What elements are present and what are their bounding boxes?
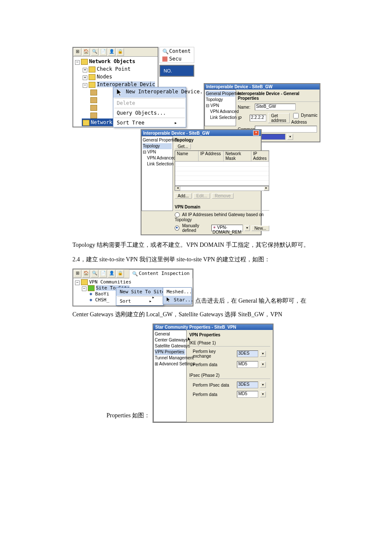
toolbar-button[interactable]: 📄 (99, 48, 107, 56)
tree-node-checkpoint[interactable]: Check Point (97, 66, 130, 72)
ip-input[interactable]: 2.2.2.2 (250, 115, 266, 121)
gateway-icon (90, 97, 97, 103)
nav-topology[interactable]: Topology (143, 143, 172, 149)
ipsec-phase2-heading: IPsec (Phase 2) (189, 373, 270, 378)
tree-toolbar: ⊞ 🏠 🔍 📄 👤 🔒 (73, 48, 158, 57)
chevron-down-icon[interactable]: ▾ (260, 351, 266, 357)
ike-key-exchange-dropdown[interactable]: 3DES (237, 350, 258, 357)
chevron-down-icon[interactable]: ▾ (260, 382, 266, 388)
nav-link-selection[interactable]: Link Selection (206, 115, 235, 121)
dialog-nav-tree[interactable]: General Center Gateways Satellite Gatewa… (153, 330, 187, 422)
tree-leaf-chsh[interactable]: CHSH_ (95, 297, 109, 303)
body-text: Topology 结构需要手工建立，或者不建立。VPN DOMAIN 手工指定，… (72, 240, 320, 251)
lock-icon (81, 279, 88, 285)
nav-tunnel-management[interactable]: Tunnel Management (155, 355, 185, 361)
toolbar-button[interactable]: 👤 (108, 48, 115, 56)
topology-table-body[interactable] (175, 162, 269, 186)
scroll-left-icon[interactable]: ◂ (175, 186, 180, 191)
tab-content-inspection[interactable]: 🔍Content (160, 47, 194, 55)
collapse-icon[interactable]: − (75, 60, 80, 65)
toolbar-button[interactable]: 🔒 (116, 270, 124, 278)
nav-general-properties[interactable]: General Properties (143, 137, 172, 143)
chevron-down-icon[interactable]: ▾ (260, 391, 266, 397)
nav-link-selection[interactable]: Link Selection (143, 161, 172, 167)
ctx-sort[interactable]: Sort▸ (116, 297, 163, 305)
ctx-new-interop[interactable]: New Interoperable Device... (113, 87, 186, 98)
ctx-new-site-to-site[interactable]: New Site To Site...▸ (116, 288, 163, 296)
new-domain-button[interactable]: New... (251, 225, 269, 231)
nav-general[interactable]: General (155, 331, 185, 337)
expand-icon[interactable]: + (83, 68, 87, 72)
folder-icon (89, 82, 95, 88)
dialog-interop-topology: Interoperable Device - SiteB_GW × Genera… (141, 129, 262, 235)
toolbar-button[interactable]: 📄 (99, 270, 107, 278)
toolbar-button[interactable]: 🏠 (82, 270, 90, 278)
chevron-down-icon[interactable]: ▾ (287, 134, 293, 140)
dialog-nav-tree[interactable]: General Properties Topology ⊟ VPN VPN Ad… (205, 90, 236, 126)
nav-vpn-properties[interactable]: VPN Properties (155, 349, 185, 355)
ipsec-data2-label: Perform data (189, 392, 235, 397)
radio-manual[interactable] (175, 225, 179, 231)
topology-table-header: Name IP Address Network Mask IP Addres (175, 150, 269, 162)
tree-node-interop[interactable]: Interoperable Devic (97, 81, 155, 87)
gateway-icon (90, 90, 97, 95)
collapse-icon[interactable]: − (82, 286, 86, 291)
ipsec-data-dropdown[interactable]: 3DES (237, 382, 258, 388)
tree-networks-stub: Networks (82, 119, 116, 126)
toolbar-button[interactable]: ⊞ (74, 270, 81, 278)
toolbar-button[interactable]: 🔍 (91, 48, 98, 56)
cursor-icon (117, 89, 123, 96)
collapse-icon[interactable]: − (75, 280, 80, 285)
ctx-sort-tree[interactable]: Sort Tree▸ (113, 119, 186, 127)
toolbar-button[interactable]: 👤 (108, 270, 115, 278)
tab-content-inspection[interactable]: 🔍Content Inspection (130, 270, 192, 277)
comment-input[interactable] (255, 126, 317, 133)
tree-node-nodes[interactable]: Nodes (97, 74, 112, 80)
horizontal-scrollbar[interactable]: ◂ ▸ (175, 186, 269, 191)
tree-root-label: Network Objects (89, 58, 135, 64)
tree-leaf-baoyi[interactable]: BaoYi (95, 291, 109, 297)
dialog-star-community: Star Community Properties - SiteB_VPN Ge… (153, 324, 274, 423)
chevron-down-icon[interactable]: ▾ (245, 225, 250, 231)
name-label: Name: (238, 105, 253, 110)
nav-vpn[interactable]: VPN (210, 103, 219, 108)
folder-icon (89, 66, 95, 72)
name-input[interactable]: SiteB_GW (255, 104, 296, 110)
expand-icon[interactable]: + (83, 75, 87, 80)
svg-marker-1 (167, 297, 170, 302)
scroll-right-icon[interactable]: ▸ (264, 186, 269, 191)
folder-icon (81, 59, 88, 65)
ctx-query-objects[interactable]: Query Objects... (113, 109, 186, 117)
ike-data-dropdown[interactable]: MD5 (237, 361, 258, 368)
toolbar-button[interactable]: 🔍 (91, 270, 98, 278)
collapse-icon[interactable]: − (83, 83, 87, 88)
tree-root-vpn-communities[interactable]: VPN Communities (89, 279, 131, 285)
gateway-icon (90, 105, 97, 111)
chevron-down-icon[interactable]: ▾ (260, 361, 266, 367)
vpn-domain-dropdown[interactable]: VPN-DOMAIN_REM (213, 225, 242, 234)
nav-topology[interactable]: Topology (206, 97, 235, 103)
add-button[interactable]: Add... (175, 193, 192, 199)
close-icon[interactable]: × (253, 130, 259, 136)
subctx-meshed[interactable]: Meshed... (163, 288, 191, 296)
ipsec-data2-dropdown[interactable]: MD5 (237, 391, 258, 398)
get-address-button[interactable]: Get address (268, 113, 289, 123)
nav-vpn-advanced[interactable]: VPN Advanced (143, 155, 172, 161)
body-text: 2.4，建立 site-to-site VPN 我们这里例举 site-to-s… (72, 254, 320, 265)
tab-security[interactable]: Secu (160, 55, 194, 63)
toolbar-button[interactable]: 🏠 (82, 48, 90, 56)
nav-center-gateways[interactable]: Center Gateways (155, 337, 185, 343)
magnifier-icon: 🔍 (132, 271, 137, 276)
nav-satellite-gateways[interactable]: Satellite Gateways (155, 343, 185, 349)
nav-vpn[interactable]: VPN (147, 150, 156, 154)
nav-general-properties[interactable]: General Properties (206, 91, 235, 97)
radio-all-ip[interactable] (175, 212, 180, 217)
radio-manual-label: Manually defined (182, 223, 210, 233)
nav-vpn-advanced[interactable]: VPN Advanced (206, 109, 235, 115)
dynamic-address-checkbox[interactable] (293, 113, 299, 119)
get-topology-button[interactable]: Get... (175, 144, 191, 149)
toolbar-button[interactable]: 🔒 (116, 48, 124, 56)
subctx-star[interactable]: Star... (163, 296, 191, 304)
dialog-nav-tree[interactable]: General Properties Topology ⊟ VPN VPN Ad… (141, 136, 173, 211)
toolbar-button[interactable]: ⊞ (74, 48, 81, 56)
